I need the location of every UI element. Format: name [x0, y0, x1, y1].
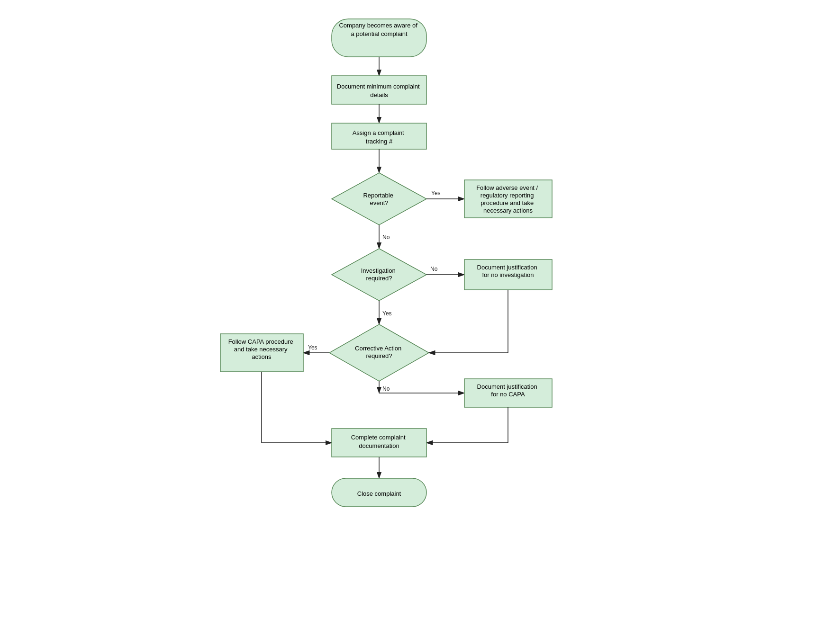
flowchart-container: Company becomes aware of a potential com… — [133, 0, 701, 644]
node-doc-no-invest-label: Document justification for no investigat… — [477, 264, 539, 278]
label-yes-reportable: Yes — [431, 190, 441, 197]
node-close-label: Close complaint — [357, 490, 401, 497]
node-adverse-event-label: Follow adverse event / regulatory report… — [476, 184, 540, 214]
node-investigation-label: Investigation required? — [361, 267, 398, 282]
label-no-investigation: No — [430, 266, 438, 272]
label-no-reportable: No — [382, 234, 390, 241]
label-yes-corrective: Yes — [308, 344, 317, 351]
flowchart-svg: Company becomes aware of a potential com… — [133, 0, 701, 644]
label-yes-investigation: Yes — [382, 310, 392, 317]
label-no-corrective: No — [382, 385, 390, 392]
